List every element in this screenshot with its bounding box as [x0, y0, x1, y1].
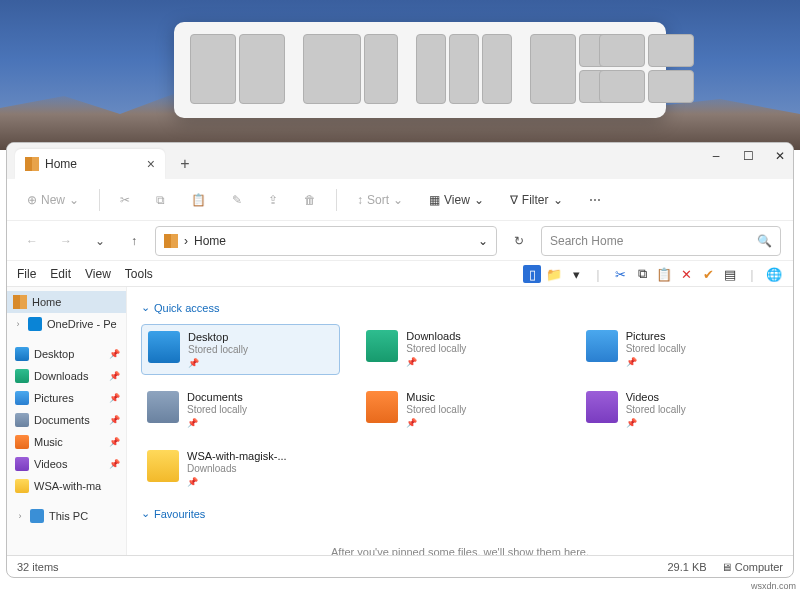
paste-icon[interactable]: 📋	[185, 189, 212, 211]
paste-icon[interactable]: 📋	[655, 265, 673, 283]
pin-icon: 📌	[109, 415, 120, 425]
sidebar-item-desktop[interactable]: Desktop📌	[9, 343, 126, 365]
refresh-button[interactable]: ↻	[505, 234, 533, 248]
recent-locations-button[interactable]: ⌄	[87, 228, 113, 254]
cut-icon[interactable]: ✂	[114, 189, 136, 211]
folder-icon	[147, 450, 179, 482]
copy-icon[interactable]: ⧉	[150, 189, 171, 211]
menu-tools[interactable]: Tools	[125, 267, 153, 281]
dropdown-icon[interactable]: ▾	[567, 265, 585, 283]
menu-edit[interactable]: Edit	[50, 267, 71, 281]
item-name: Documents	[187, 391, 247, 403]
sidebar-item-onedrive[interactable]: › OneDrive - Pe	[7, 313, 126, 335]
address-bar[interactable]: › Home ⌄	[155, 226, 497, 256]
sidebar-label: This PC	[49, 510, 88, 522]
globe-icon[interactable]: 🌐	[765, 265, 783, 283]
up-button[interactable]: ↑	[121, 228, 147, 254]
status-item-count: 32 items	[17, 561, 59, 573]
chevron-down-icon[interactable]: ⌄	[478, 234, 488, 248]
sidebar-item-documents[interactable]: Documents📌	[9, 409, 126, 431]
sidebar-label: OneDrive - Pe	[47, 318, 117, 330]
item-name: WSA-with-magisk-...	[187, 450, 287, 462]
item-name: Videos	[626, 391, 686, 403]
status-bar: 32 items 29.1 KB 🖥 Computer	[7, 555, 793, 577]
rename-icon[interactable]: ✎	[226, 189, 248, 211]
chevron-right-icon[interactable]: ›	[15, 511, 25, 521]
new-button[interactable]: ⊕ New ⌄	[21, 189, 85, 211]
sidebar-item-thispc[interactable]: › This PC	[9, 505, 126, 527]
forward-button[interactable]: →	[53, 228, 79, 254]
search-input[interactable]: Search Home 🔍	[541, 226, 781, 256]
folder-icon	[15, 347, 29, 361]
tab-home[interactable]: Home ×	[15, 149, 165, 179]
command-bar: ⊕ New ⌄ ✂ ⧉ 📋 ✎ ⇪ 🗑 ↕ Sort ⌄ ▦ View ⌄ ∇ …	[7, 179, 793, 221]
snap-layouts-popup	[174, 22, 666, 118]
pin-icon: 📌	[406, 357, 466, 367]
section-quick-access[interactable]: ⌄Quick access	[141, 301, 779, 314]
quick-access-item[interactable]: Pictures Stored locally 📌	[580, 324, 779, 375]
breadcrumb-home[interactable]: Home	[194, 234, 226, 248]
pc-icon	[30, 509, 44, 523]
folder-icon	[366, 330, 398, 362]
section-favourites[interactable]: ⌄Favourites	[141, 507, 779, 520]
folder-options-icon[interactable]: 📁	[545, 265, 563, 283]
status-size: 29.1 KB	[668, 561, 707, 573]
item-sublabel: Stored locally	[406, 343, 466, 354]
quick-access-item[interactable]: WSA-with-magisk-... Downloads 📌	[141, 444, 340, 493]
chevron-down-icon: ⌄	[69, 193, 79, 207]
snap-layout-wide-narrow[interactable]	[303, 34, 398, 106]
delete-icon[interactable]: 🗑	[298, 189, 322, 211]
sidebar-item-music[interactable]: Music📌	[9, 431, 126, 453]
pin-icon: 📌	[109, 437, 120, 447]
minimize-button[interactable]: –	[709, 149, 723, 163]
sidebar-item-downloads[interactable]: Downloads📌	[9, 365, 126, 387]
quick-access-item[interactable]: Music Stored locally 📌	[360, 385, 559, 434]
filter-button[interactable]: ∇ Filter ⌄	[504, 189, 569, 211]
snap-layout-2col[interactable]	[190, 34, 285, 106]
folder-icon	[147, 391, 179, 423]
quick-access-item[interactable]: Downloads Stored locally 📌	[360, 324, 559, 375]
sidebar-item-wsa[interactable]: WSA-with-ma	[9, 475, 126, 497]
sidebar-item-videos[interactable]: Videos📌	[9, 453, 126, 475]
quick-access-item[interactable]: Documents Stored locally 📌	[141, 385, 340, 434]
cut-icon[interactable]: ✂	[611, 265, 629, 283]
quick-access-item[interactable]: Desktop Stored locally 📌	[141, 324, 340, 375]
check-icon[interactable]: ✔	[699, 265, 717, 283]
content-pane: ⌄Quick access Desktop Stored locally 📌 D…	[127, 287, 793, 555]
chevron-right-icon[interactable]: ›	[13, 319, 23, 329]
share-icon[interactable]: ⇪	[262, 189, 284, 211]
more-button[interactable]: ⋯	[583, 189, 607, 211]
home-icon	[13, 295, 27, 309]
folder-icon	[15, 391, 29, 405]
back-button[interactable]: ←	[19, 228, 45, 254]
close-button[interactable]: ✕	[773, 149, 787, 163]
item-name: Desktop	[188, 331, 248, 343]
panel-icon[interactable]: ▯	[523, 265, 541, 283]
view-button[interactable]: ▦ View ⌄	[423, 189, 490, 211]
maximize-button[interactable]: ☐	[741, 149, 755, 163]
new-tab-button[interactable]: +	[173, 152, 197, 176]
tab-close-icon[interactable]: ×	[147, 156, 155, 172]
home-icon	[25, 157, 39, 171]
menu-view[interactable]: View	[85, 267, 111, 281]
menu-bar: File Edit View Tools ▯ 📁 ▾ | ✂ ⧉ 📋 ✕ ✔ ▤…	[7, 261, 793, 287]
snap-layout-quad[interactable]	[599, 34, 650, 104]
folder-icon	[586, 391, 618, 423]
pin-icon: 📌	[188, 358, 248, 368]
delete-icon[interactable]: ✕	[677, 265, 695, 283]
quick-access-item[interactable]: Videos Stored locally 📌	[580, 385, 779, 434]
menu-file[interactable]: File	[17, 267, 36, 281]
copy-icon[interactable]: ⧉	[633, 265, 651, 283]
toolbar-icon-strip: ▯ 📁 ▾ | ✂ ⧉ 📋 ✕ ✔ ▤ | 🌐	[523, 261, 783, 287]
pin-icon: 📌	[109, 371, 120, 381]
sidebar-item-home[interactable]: Home	[7, 291, 126, 313]
address-row: ← → ⌄ ↑ › Home ⌄ ↻ Search Home 🔍	[7, 221, 793, 261]
snap-layout-3col[interactable]	[416, 34, 512, 106]
list-icon[interactable]: ▤	[721, 265, 739, 283]
sort-button[interactable]: ↕ Sort ⌄	[351, 189, 409, 211]
folder-icon	[15, 479, 29, 493]
file-explorer-window: Home × + – ☐ ✕ ⊕ New ⌄ ✂ ⧉ 📋 ✎ ⇪ 🗑 ↕ Sor…	[6, 142, 794, 578]
snap-layout-left-stack[interactable]	[530, 34, 581, 104]
sidebar-item-pictures[interactable]: Pictures📌	[9, 387, 126, 409]
pin-icon: 📌	[406, 418, 466, 428]
